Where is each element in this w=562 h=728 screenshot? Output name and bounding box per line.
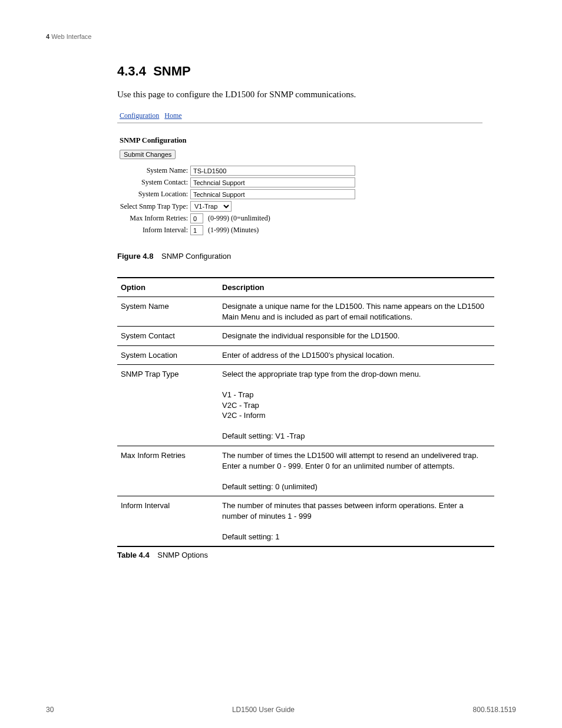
- configuration-link[interactable]: Configuration: [120, 111, 159, 120]
- opt-cell: System Name: [117, 297, 219, 327]
- figure-caption: Figure 4.8 SNMP Configuration: [117, 252, 494, 261]
- running-header: 4 Web Interface: [46, 33, 91, 40]
- table-caption: Table 4.4 SNMP Options: [117, 551, 494, 559]
- table-row: System NameDesignate a unique name for t…: [117, 297, 494, 327]
- figure-label: Figure 4.8: [117, 252, 153, 261]
- snmp-options-table: Option Description System NameDesignate …: [117, 277, 494, 547]
- table-row: Inform IntervalThe number of minutes tha…: [117, 496, 494, 547]
- table-label: Table 4.4: [117, 551, 150, 559]
- doc-title: LD1500 User Guide: [232, 706, 295, 714]
- snmp-config-heading: SNMP Configuration: [117, 136, 482, 145]
- trap-type-row: Select Snmp Trap Type: V1-Trap: [117, 201, 482, 212]
- inform-interval-row: Inform Interval: (1-999) (Minutes): [117, 225, 482, 235]
- opt-cell: Inform Interval: [117, 496, 219, 547]
- table-title: SNMP Options: [157, 551, 208, 559]
- section-number: 4.3.4: [117, 64, 146, 78]
- submit-changes-button[interactable]: Submit Changes: [120, 150, 176, 159]
- desc-cell: Designate a unique name for the LD1500. …: [219, 297, 494, 327]
- desc-cell: The number of times the LD1500 will atte…: [219, 446, 494, 496]
- system-contact-input[interactable]: [190, 177, 355, 187]
- inform-interval-input[interactable]: [190, 225, 203, 235]
- opt-cell: SNMP Trap Type: [117, 365, 219, 446]
- system-location-input[interactable]: [190, 189, 355, 199]
- chapter-title: Web Interface: [51, 33, 91, 40]
- nav-links: Configuration Home: [117, 108, 482, 121]
- page-number: 30: [46, 706, 54, 714]
- header-description: Description: [219, 278, 494, 297]
- max-inform-retries-hint: (0-999) (0=unlimited): [208, 214, 270, 223]
- opt-cell: Max Inform Retries: [117, 446, 219, 496]
- system-location-label: System Location:: [117, 190, 190, 199]
- desc-cell: Enter of address of the LD1500's physica…: [219, 345, 494, 365]
- divider: [117, 123, 482, 123]
- system-location-row: System Location:: [117, 189, 482, 199]
- system-name-row: System Name:: [117, 166, 482, 176]
- inform-interval-hint: (1-999) (Minutes): [208, 226, 259, 235]
- opt-cell: System Location: [117, 345, 219, 365]
- main-content: 4.3.4 SNMP Use this page to configure th…: [117, 64, 494, 559]
- system-name-input[interactable]: [190, 166, 355, 176]
- home-link[interactable]: Home: [164, 111, 181, 120]
- table-row: System LocationEnter of address of the L…: [117, 345, 494, 365]
- desc-cell: Select the appropriate trap type from th…: [219, 365, 494, 446]
- desc-cell: Designate the individual responsible for…: [219, 327, 494, 346]
- table-row: System ContactDesignate the individual r…: [117, 327, 494, 346]
- system-contact-row: System Contact:: [117, 177, 482, 187]
- system-name-label: System Name:: [117, 166, 190, 175]
- page-footer: 30 LD1500 User Guide 800.518.1519: [46, 706, 516, 714]
- opt-cell: System Contact: [117, 327, 219, 346]
- figure-title: SNMP Configuration: [161, 252, 231, 261]
- desc-cell: The number of minutes that passes betwee…: [219, 496, 494, 547]
- max-inform-retries-input[interactable]: [190, 213, 203, 223]
- trap-type-label: Select Snmp Trap Type:: [117, 202, 190, 211]
- system-contact-label: System Contact:: [117, 178, 190, 187]
- chapter-number: 4: [46, 33, 49, 40]
- inform-interval-label: Inform Interval:: [117, 226, 190, 235]
- max-inform-retries-label: Max Inform Retries:: [117, 214, 190, 223]
- section-title: SNMP: [153, 64, 191, 78]
- table-row: SNMP Trap TypeSelect the appropriate tra…: [117, 365, 494, 446]
- table-row: Max Inform RetriesThe number of times th…: [117, 446, 494, 496]
- section-heading: 4.3.4 SNMP: [117, 64, 494, 79]
- phone-number: 800.518.1519: [473, 706, 516, 714]
- trap-type-select[interactable]: V1-Trap: [190, 201, 232, 212]
- max-inform-retries-row: Max Inform Retries: (0-999) (0=unlimited…: [117, 213, 482, 223]
- snmp-screenshot: Configuration Home SNMP Configuration Su…: [117, 108, 482, 235]
- intro-paragraph: Use this page to configure the LD1500 fo…: [117, 90, 494, 100]
- header-option: Option: [117, 278, 219, 297]
